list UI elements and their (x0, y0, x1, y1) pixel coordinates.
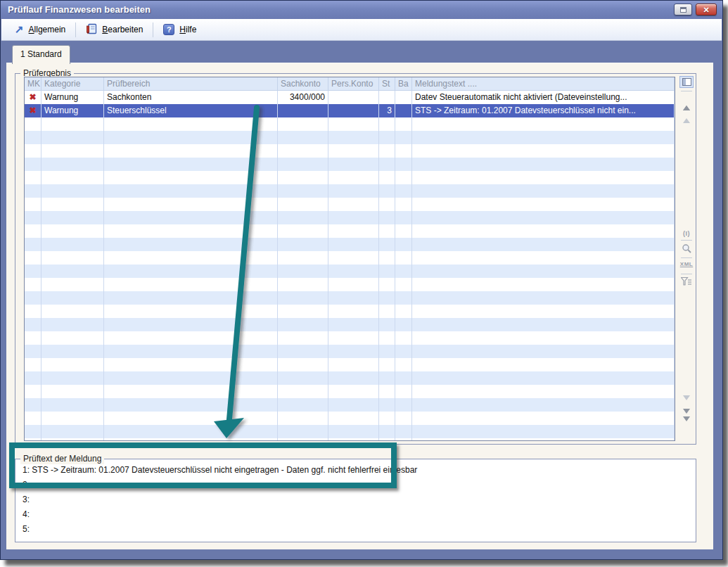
table-cell (278, 331, 328, 345)
table-cell (41, 265, 104, 278)
table-cell (41, 131, 104, 144)
table-cell (41, 251, 104, 265)
table-cell (104, 144, 278, 158)
table-cell (278, 345, 328, 358)
table-cell (25, 371, 41, 385)
table-row-empty (25, 371, 675, 385)
table-cell (104, 117, 278, 131)
table-cell (395, 425, 412, 438)
table-cell (278, 224, 328, 238)
table-cell (395, 198, 412, 211)
table-cell (395, 91, 412, 104)
scroll-up-icon[interactable] (677, 106, 696, 110)
column-header[interactable]: St (379, 77, 395, 91)
brackets-icon[interactable]: (I) (677, 230, 696, 237)
table-cell (328, 371, 379, 385)
table-cell (25, 438, 41, 441)
table-header-row: MKKategoriePrüfbereichSachkontoPers.Kont… (25, 77, 675, 91)
table-cell (412, 345, 675, 358)
maximize-button[interactable] (674, 4, 692, 15)
table-cell (41, 198, 104, 211)
table-cell (41, 385, 104, 398)
table-cell (379, 331, 395, 345)
column-header[interactable]: Prüfbereich (104, 77, 278, 91)
table-cell (328, 131, 379, 144)
close-button[interactable]: ✕ (696, 4, 717, 15)
table-cell (278, 158, 328, 171)
table-cell (104, 291, 278, 305)
table-cell (395, 412, 412, 425)
table-cell (25, 211, 41, 224)
table-cell (278, 371, 328, 385)
table-cell (25, 117, 41, 131)
table-cell: Sachkonten (104, 91, 278, 104)
column-header[interactable]: Meldungstext .... (412, 77, 675, 91)
table-cell (278, 171, 328, 184)
table-row-empty (25, 318, 675, 331)
table-row-empty (25, 144, 675, 158)
table-cell (25, 224, 41, 238)
table-cell (278, 198, 328, 211)
column-header[interactable]: Sachkonto (278, 77, 328, 91)
table-cell (379, 265, 395, 278)
table-row-selected[interactable]: ✖WarnungSteuerschlüssel3STS -> Zeitraum:… (25, 104, 675, 117)
arrow-up-right-icon: ↗ (15, 25, 24, 34)
table-cell (41, 305, 104, 318)
table-cell (328, 291, 379, 305)
xml-icon[interactable]: XML (677, 261, 696, 268)
table-cell (25, 358, 41, 371)
filter-icon[interactable] (677, 277, 696, 286)
scroll-to-top-icon[interactable] (677, 94, 696, 106)
table-cell (412, 318, 675, 331)
table-cell (328, 104, 379, 117)
scroll-up-page-icon[interactable] (677, 118, 696, 123)
allgemein-button[interactable]: ↗ Allgemein (8, 23, 72, 37)
table-cell (25, 278, 41, 291)
table-cell (379, 438, 395, 441)
table-cell (278, 291, 328, 305)
table-cell (278, 278, 328, 291)
column-chooser-icon[interactable] (677, 76, 696, 88)
scroll-down-icon[interactable] (677, 409, 696, 414)
table-cell (41, 171, 104, 184)
search-icon[interactable] (677, 243, 696, 254)
highlight-rectangle-annotation (9, 442, 397, 488)
table-cell (412, 198, 675, 211)
table-cell (379, 211, 395, 224)
table-cell (379, 425, 395, 438)
hilfe-button[interactable]: ? Hilfe (157, 22, 203, 37)
tab-standard[interactable]: 1 Standard (12, 45, 70, 64)
table-row-empty (25, 331, 675, 345)
table-cell (395, 278, 412, 291)
table-cell (412, 412, 675, 425)
column-header[interactable]: MK (25, 77, 41, 91)
column-header[interactable]: Ba (395, 77, 412, 91)
table-cell (379, 291, 395, 305)
table-cell (278, 318, 328, 331)
table-cell (278, 398, 328, 412)
table-cell (278, 104, 328, 117)
table-cell (278, 184, 328, 198)
table-cell (278, 144, 328, 158)
table-cell (328, 91, 379, 104)
table-cell (379, 158, 395, 171)
table-cell (379, 117, 395, 131)
bearbeiten-button[interactable]: Bearbeiten (79, 21, 149, 39)
table-cell (278, 265, 328, 278)
table-row-empty (25, 131, 675, 144)
table-row-empty (25, 412, 675, 425)
table-cell (328, 171, 379, 184)
column-header[interactable]: Kategorie (41, 77, 104, 91)
table-cell (104, 251, 278, 265)
table-cell (379, 91, 395, 104)
table-cell (104, 358, 278, 371)
table-cell (25, 345, 41, 358)
scroll-down-page-icon[interactable] (677, 395, 696, 400)
table-cell (412, 438, 675, 441)
table-row[interactable]: ✖WarnungSachkonten3400/000Datev Steuerau… (25, 91, 675, 104)
table-cell (25, 425, 41, 438)
table-row-empty (25, 425, 675, 438)
table-row-empty (25, 385, 675, 398)
scroll-to-bottom-icon[interactable] (677, 421, 696, 434)
column-header[interactable]: Pers.Konto (328, 77, 379, 91)
